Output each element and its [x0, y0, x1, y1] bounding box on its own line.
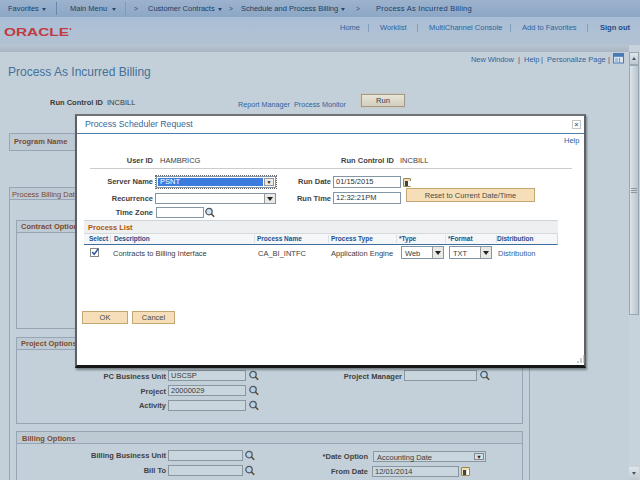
- svg-text:ORACLE: ORACLE: [4, 26, 69, 38]
